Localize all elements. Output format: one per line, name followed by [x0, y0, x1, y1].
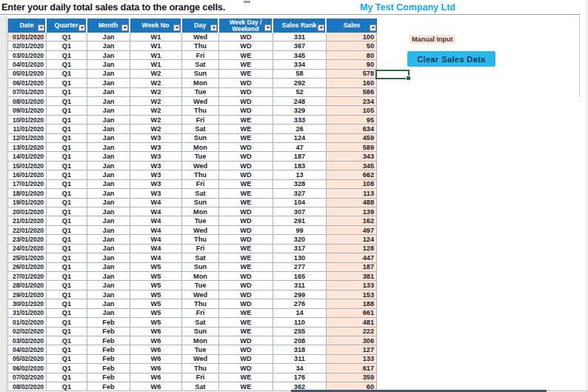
cell-quarter[interactable]: Q1 — [47, 170, 87, 179]
cell-sales_rank[interactable]: 124 — [273, 134, 327, 143]
cell-week_no[interactable]: W4 — [130, 216, 182, 225]
cell-sales[interactable]: 160 — [327, 79, 377, 87]
cell-sales[interactable]: 95 — [327, 116, 377, 124]
cell-week_no[interactable]: W6 — [130, 328, 182, 336]
cell-sales[interactable]: 133 — [327, 281, 377, 290]
cell-date[interactable]: 03/02/2020 — [8, 336, 47, 345]
cell-sales_rank[interactable]: 311 — [273, 281, 327, 290]
cell-week_day_weekend[interactable]: WD — [219, 364, 273, 373]
cell-sales_rank[interactable]: 58 — [273, 70, 327, 79]
cell-day[interactable]: Tue — [182, 216, 219, 225]
cell-week_day_weekend[interactable]: WD — [219, 106, 273, 115]
cell-week_no[interactable]: W1 — [130, 51, 182, 60]
cell-month[interactable]: Jan — [87, 143, 130, 152]
cell-sales_rank[interactable]: 331 — [273, 33, 327, 41]
cell-sales[interactable]: 343 — [327, 152, 377, 161]
cell-date[interactable]: 31/01/2020 — [8, 309, 47, 318]
cell-date[interactable]: 05/02/2020 — [8, 355, 47, 364]
cell-date[interactable]: 01/01/2020 — [8, 33, 47, 41]
cell-sales_rank[interactable]: 367 — [273, 41, 327, 50]
cell-date[interactable]: 04/01/2020 — [8, 60, 47, 69]
cell-week_day_weekend[interactable]: WE — [219, 124, 273, 133]
cell-sales_rank[interactable]: 328 — [273, 180, 327, 189]
cell-quarter[interactable]: Q1 — [47, 281, 87, 290]
cell-day[interactable]: Thu — [182, 106, 219, 115]
cell-week_no[interactable]: W2 — [130, 124, 182, 133]
cell-date[interactable]: 20/01/2020 — [8, 207, 47, 216]
cell-day[interactable]: Fri — [182, 180, 219, 189]
cell-sales[interactable]: 90 — [327, 60, 377, 69]
cell-month[interactable]: Jan — [87, 207, 130, 216]
cell-sales_rank[interactable]: 334 — [273, 60, 327, 69]
cell-week_no[interactable]: W6 — [130, 345, 182, 354]
cell-week_day_weekend[interactable]: WE — [219, 309, 273, 318]
cell-date[interactable]: 05/01/2020 — [8, 70, 47, 79]
cell-month[interactable]: Jan — [87, 88, 130, 97]
cell-week_no[interactable]: W3 — [130, 143, 182, 152]
cell-sales[interactable]: 80 — [327, 51, 377, 60]
cell-sales[interactable]: 306 — [327, 336, 377, 345]
cell-day[interactable]: Thu — [182, 299, 219, 308]
cell-month[interactable]: Feb — [87, 355, 130, 364]
cell-week_day_weekend[interactable]: WE — [219, 373, 273, 382]
fill-handle[interactable] — [406, 76, 411, 81]
cell-quarter[interactable]: Q1 — [47, 180, 87, 189]
cell-sales[interactable]: 153 — [327, 290, 377, 299]
cell-quarter[interactable]: Q1 — [47, 33, 87, 41]
cell-quarter[interactable]: Q1 — [47, 124, 87, 133]
cell-week_day_weekend[interactable]: WD — [219, 143, 273, 152]
cell-date[interactable]: 06/01/2020 — [8, 79, 47, 87]
cell-sales_rank[interactable]: 14 — [273, 309, 327, 318]
cell-sales_rank[interactable]: 311 — [273, 355, 327, 364]
cell-week_day_weekend[interactable]: WD — [219, 33, 273, 41]
cell-sales_rank[interactable]: 329 — [273, 106, 327, 115]
cell-quarter[interactable]: Q1 — [47, 60, 87, 69]
cell-month[interactable]: Jan — [87, 70, 130, 79]
cell-sales[interactable]: 105 — [327, 106, 377, 115]
cell-quarter[interactable]: Q1 — [47, 263, 87, 272]
cell-quarter[interactable]: Q1 — [47, 272, 87, 281]
cell-week_day_weekend[interactable]: WE — [219, 180, 273, 189]
cell-sales[interactable]: 113 — [327, 189, 377, 198]
cell-sales_rank[interactable]: 176 — [273, 373, 327, 382]
cell-week_no[interactable]: W4 — [130, 199, 182, 207]
filter-button-week_no[interactable] — [173, 24, 180, 31]
cell-quarter[interactable]: Q1 — [47, 226, 87, 235]
cell-sales_rank[interactable]: 99 — [273, 226, 327, 235]
cell-sales_rank[interactable]: 110 — [273, 318, 327, 327]
column-header-quarter[interactable]: Quarter — [47, 19, 87, 33]
cell-sales_rank[interactable]: 165 — [273, 272, 327, 281]
cell-sales_rank[interactable]: 307 — [273, 207, 327, 216]
cell-sales[interactable]: 345 — [327, 162, 377, 170]
cell-date[interactable]: 12/01/2020 — [8, 134, 47, 143]
cell-quarter[interactable]: Q1 — [47, 290, 87, 299]
cell-month[interactable]: Feb — [87, 373, 130, 382]
cell-month[interactable]: Jan — [87, 124, 130, 133]
cell-quarter[interactable]: Q1 — [47, 79, 87, 87]
cell-month[interactable]: Jan — [87, 134, 130, 143]
cell-day[interactable]: Thu — [182, 364, 219, 373]
cell-quarter[interactable]: Q1 — [47, 355, 87, 364]
clear-sales-data-button[interactable]: Clear Sales Data — [407, 51, 495, 67]
column-header-week_day_weekend[interactable]: Week Day /Weekend — [219, 19, 273, 33]
cell-quarter[interactable]: Q1 — [47, 235, 87, 244]
cell-day[interactable]: Thu — [182, 235, 219, 244]
cell-sales_rank[interactable]: 13 — [273, 170, 327, 179]
cell-month[interactable]: Feb — [87, 345, 130, 354]
cell-date[interactable]: 07/02/2020 — [8, 373, 47, 382]
cell-day[interactable]: Sun — [182, 70, 219, 79]
cell-sales_rank[interactable]: 47 — [273, 143, 327, 152]
cell-sales[interactable]: 108 — [327, 180, 377, 189]
cell-sales_rank[interactable]: 291 — [273, 216, 327, 225]
cell-month[interactable]: Feb — [87, 336, 130, 345]
cell-week_day_weekend[interactable]: WD — [219, 345, 273, 354]
cell-day[interactable]: Sat — [182, 318, 219, 327]
cell-day[interactable]: Fri — [182, 245, 219, 253]
cell-week_no[interactable]: W1 — [130, 33, 182, 41]
cell-date[interactable]: 08/01/2020 — [8, 97, 47, 106]
cell-sales_rank[interactable]: 345 — [273, 51, 327, 60]
cell-date[interactable]: 29/01/2020 — [8, 290, 47, 299]
cell-week_day_weekend[interactable]: WD — [219, 281, 273, 290]
cell-sales[interactable]: 488 — [327, 199, 377, 207]
cell-week_day_weekend[interactable]: WE — [219, 116, 273, 124]
